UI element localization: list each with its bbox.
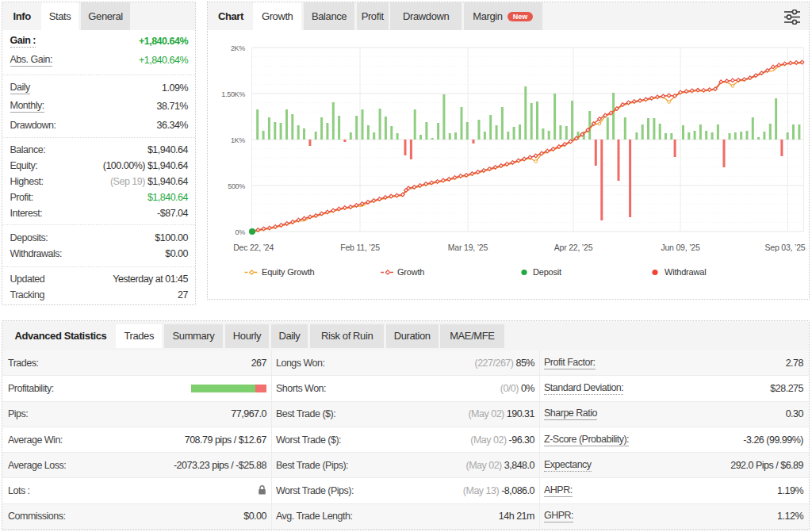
svg-text:500%: 500%: [228, 182, 245, 190]
svg-text:Apr 22, ’25: Apr 22, ’25: [554, 243, 593, 252]
svg-text:Deposit: Deposit: [533, 267, 561, 277]
svg-text:Growth: Growth: [397, 267, 424, 277]
svg-text:Mar 19, ’25: Mar 19, ’25: [448, 243, 488, 252]
svg-text:Equity Growth: Equity Growth: [262, 267, 315, 277]
svg-text:Sep 03, ’25: Sep 03, ’25: [765, 243, 806, 252]
svg-text:0%: 0%: [236, 228, 246, 236]
svg-text:1.50K%: 1.50K%: [221, 90, 245, 98]
svg-text:Withdrawal: Withdrawal: [665, 267, 706, 277]
svg-text:Feb 11, ’25: Feb 11, ’25: [340, 243, 380, 252]
svg-text:Jun 09, ’25: Jun 09, ’25: [661, 243, 700, 252]
svg-text:2K%: 2K%: [231, 44, 245, 52]
svg-text:Dec 22, ’24: Dec 22, ’24: [233, 243, 274, 252]
svg-text:1K%: 1K%: [231, 136, 245, 144]
